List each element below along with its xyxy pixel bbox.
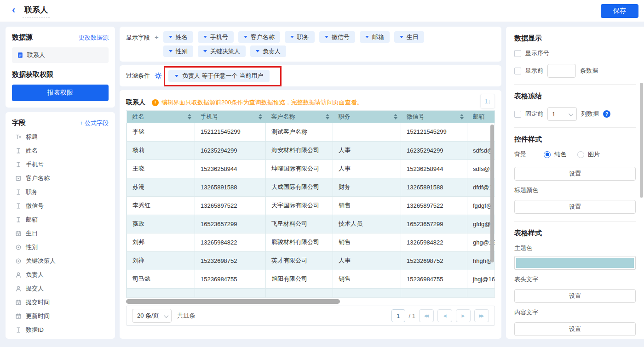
display-field-tag[interactable]: 负责人 — [250, 46, 286, 57]
add-display-field-icon[interactable]: + — [155, 31, 159, 57]
title-icon — [15, 134, 22, 141]
chevron-down-icon — [290, 36, 294, 40]
show-first-count-input[interactable] — [547, 64, 576, 78]
back-icon[interactable]: ‹ — [12, 5, 15, 15]
header-text-label: 表头文字 — [514, 275, 636, 284]
field-item[interactable]: 生日 — [12, 227, 109, 240]
page-title[interactable]: 联系人 — [23, 5, 50, 17]
table-cell: 15236258944 — [401, 159, 467, 178]
datasource-item-label: 联系人 — [27, 51, 45, 59]
sort-arrows-icon[interactable] — [259, 114, 262, 119]
field-item[interactable]: 提交时间 — [12, 296, 109, 309]
vertical-scrollbar[interactable] — [490, 125, 494, 262]
column-header[interactable]: 邮箱 — [467, 111, 495, 123]
table-row[interactable]: 苏漫13265891588大成国际有限公司财务13265891588dfdf@1 — [127, 178, 495, 196]
table-cell: 13265897522 — [195, 196, 266, 215]
gear-icon[interactable] — [155, 72, 162, 80]
title-color-set-button[interactable]: 设置 — [514, 200, 636, 214]
datasource-item[interactable]: 联系人 — [12, 47, 109, 63]
panel-scrollbar[interactable] — [640, 83, 643, 198]
column-header[interactable]: 客户名称 — [266, 111, 333, 123]
sort-arrows-icon[interactable] — [394, 114, 397, 119]
field-item[interactable]: 更新时间 — [12, 309, 109, 323]
freeze-count-select[interactable]: 1 — [547, 107, 577, 121]
freeze-checkbox[interactable] — [514, 111, 521, 118]
display-field-tag[interactable]: 姓名 — [163, 31, 193, 43]
field-label: 姓名 — [26, 147, 38, 155]
show-first-checkbox[interactable] — [514, 68, 521, 74]
table-row[interactable]: 刘邦13265984822腾骏材料有限公司销售13265984822ghg@16 — [127, 233, 495, 251]
row-order-icon[interactable]: 1↓ — [480, 94, 495, 108]
column-header-label: 微信号 — [407, 113, 425, 121]
table-row[interactable]: 李秀红13265897522天宇国际有限公司销售13265897522fgdgf… — [127, 196, 495, 215]
field-item[interactable]: 职务 — [12, 185, 109, 199]
first-page-button[interactable]: ◀◀ — [419, 309, 434, 322]
formula-field-link[interactable]: + 公式字段 — [80, 119, 109, 127]
table-row[interactable] — [127, 288, 495, 298]
field-item[interactable]: 负责人 — [12, 268, 109, 282]
prev-page-button[interactable]: ◀ — [437, 309, 452, 322]
table-row[interactable]: 杨莉16235294299海安材料有限公司人事16235294299sdfsd@ — [127, 141, 495, 159]
display-field-tag-label: 姓名 — [176, 33, 188, 41]
column-header[interactable]: 微信号 — [401, 111, 467, 123]
field-item[interactable]: 客户名称 — [12, 171, 109, 185]
header-text-set-button[interactable]: 设置 — [514, 289, 636, 303]
field-item[interactable]: 姓名 — [12, 144, 109, 158]
page-size-select[interactable]: 20 条/页 — [132, 309, 172, 323]
image-radio[interactable] — [577, 151, 584, 158]
display-field-tag-label: 关键决策人 — [210, 47, 240, 56]
column-header[interactable]: 手机号 — [195, 111, 266, 123]
column-header[interactable]: 姓名 — [127, 111, 195, 123]
content-text-set-button[interactable]: 设置 — [514, 322, 636, 336]
field-label: 手机号 — [26, 160, 44, 169]
display-field-tag[interactable]: 关键决策人 — [198, 46, 246, 57]
table-cell: 16523657299 — [195, 215, 266, 233]
display-field-tag[interactable]: 邮箱 — [360, 31, 390, 43]
field-item[interactable]: 性别 — [12, 240, 109, 254]
field-item[interactable]: 微信号 — [12, 199, 109, 213]
next-page-button[interactable]: ▶ — [456, 309, 471, 322]
display-field-tag[interactable]: 手机号 — [198, 31, 234, 43]
main-layout: 数据源 更改数据源 联系人 数据获取权限 报表权限 字段 + 公式字段 标题姓名… — [0, 22, 644, 342]
display-field-tag[interactable]: 职务 — [285, 31, 315, 43]
show-index-checkbox[interactable] — [514, 50, 521, 57]
display-field-tag[interactable]: 客户名称 — [238, 31, 280, 43]
field-item[interactable]: 关键决策人 — [12, 254, 109, 268]
table-row[interactable]: 刘禅15232698752英才有限公司人事15232698752hhgh@ — [127, 251, 495, 270]
display-field-tag[interactable]: 性别 — [163, 46, 193, 57]
save-button[interactable]: 保存 — [601, 4, 638, 18]
field-item[interactable]: 邮箱 — [12, 213, 109, 227]
table-row[interactable]: 王晓15236258944坤曜国际有限公司人事15236258944sdfs@1 — [127, 159, 495, 178]
change-datasource-link[interactable]: 更改数据源 — [79, 34, 109, 42]
horizontal-scrollbar[interactable] — [126, 299, 340, 304]
table-cell: 13265891588 — [401, 178, 467, 196]
field-item[interactable]: 数据ID — [12, 323, 109, 337]
table-cell: 天宇国际有限公司 — [266, 196, 333, 215]
report-permission-button[interactable]: 报表权限 — [12, 85, 109, 101]
sort-arrows-icon[interactable] — [326, 114, 329, 119]
page-size-value: 20 条/页 — [137, 312, 159, 320]
column-header-label: 邮箱 — [473, 113, 485, 121]
help-icon[interactable]: ? — [603, 110, 610, 118]
table-row[interactable]: 李铭152121545299测试客户名称152121545299 — [127, 123, 495, 141]
filter-condition-tag[interactable]: 负责人 等于任意一个 当前用户 — [168, 70, 270, 82]
column-header[interactable]: 职务 — [333, 111, 401, 123]
background-set-button[interactable]: 设置 — [514, 167, 636, 181]
solid-color-radio[interactable] — [544, 151, 551, 158]
filter-card: 过滤条件 负责人 等于任意一个 当前用户 — [120, 65, 501, 86]
table-row[interactable]: 司马懿15236984755旭阳有限公司销售15236984755jhgj@16 — [127, 270, 495, 288]
field-item[interactable]: 手机号 — [12, 158, 109, 171]
table-row[interactable]: 嬴政16523657299飞星材料公司技术人员16523657299gfdg@1 — [127, 215, 495, 233]
field-item[interactable]: 提交人 — [12, 282, 109, 296]
field-item[interactable]: 标题 — [12, 130, 109, 144]
sort-arrows-icon[interactable] — [188, 114, 191, 119]
display-field-tag[interactable]: 生日 — [394, 31, 424, 43]
chevron-down-icon — [569, 111, 573, 116]
theme-color-swatch[interactable] — [514, 256, 636, 270]
sort-arrows-icon[interactable] — [460, 114, 464, 119]
column-header-label: 手机号 — [201, 113, 218, 121]
page-number-input[interactable] — [391, 309, 405, 322]
last-page-button[interactable]: ▶▶ — [474, 309, 489, 322]
page-total: / 1 — [409, 313, 415, 319]
display-field-tag[interactable]: 微信号 — [319, 31, 355, 43]
